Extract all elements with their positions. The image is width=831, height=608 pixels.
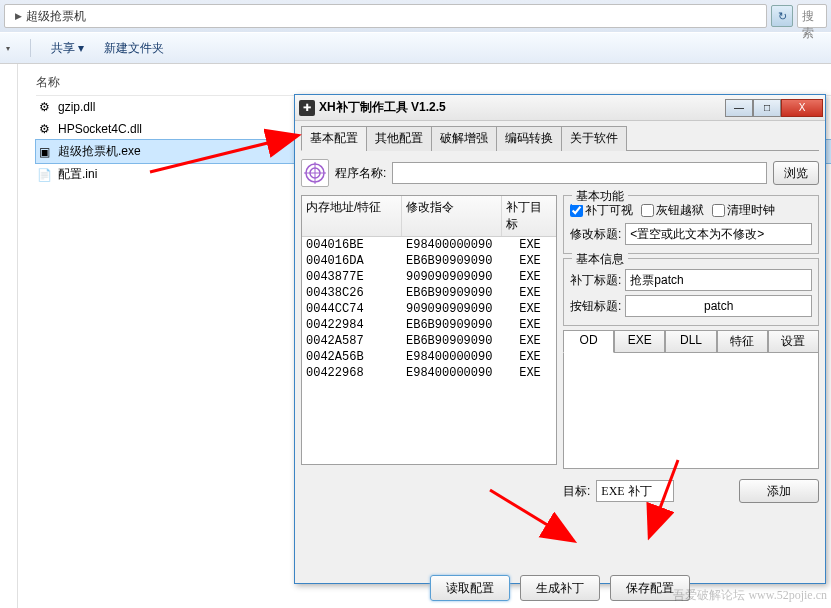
file-icon: ▣ xyxy=(36,144,52,160)
patch-title-input[interactable] xyxy=(625,269,812,291)
file-name: gzip.dll xyxy=(58,100,95,114)
table-cell: EXE xyxy=(502,333,557,349)
file-icon: ⚙ xyxy=(36,99,52,115)
basic-functions-legend: 基本功能 xyxy=(572,188,628,205)
explorer-nav-pane xyxy=(0,64,18,608)
search-placeholder: 搜索 xyxy=(802,9,814,40)
source-tab[interactable]: DLL xyxy=(665,330,716,353)
main-tab[interactable]: 关于软件 xyxy=(561,126,627,151)
program-name-input[interactable] xyxy=(392,162,767,184)
toolbar-new-folder[interactable]: 新建文件夹 xyxy=(104,40,164,57)
modify-title-input[interactable] xyxy=(625,223,812,245)
table-header-cell[interactable]: 内存地址/特征 xyxy=(302,196,402,236)
crosshair-icon xyxy=(304,162,326,184)
minimize-button[interactable]: — xyxy=(725,99,753,117)
table-cell: EB6B90909090 xyxy=(402,285,502,301)
table-row[interactable]: 0043877E909090909090EXE xyxy=(302,269,556,285)
table-cell: EXE xyxy=(502,317,557,333)
target-label: 目标: xyxy=(563,483,590,500)
close-button[interactable]: X xyxy=(781,99,823,117)
table-cell: E98400000090 xyxy=(402,349,502,365)
table-cell: EB6B90909090 xyxy=(402,317,502,333)
table-cell: 00422984 xyxy=(302,317,402,333)
table-cell: 0042A56B xyxy=(302,349,402,365)
source-tab[interactable]: 设置 xyxy=(768,330,819,353)
file-icon: ⚙ xyxy=(36,121,52,137)
table-cell: E98400000090 xyxy=(402,237,502,253)
checkbox-clean-clock[interactable]: 清理时钟 xyxy=(712,202,775,219)
refresh-button[interactable]: ↻ xyxy=(771,5,793,27)
table-row[interactable]: 0042A56BE98400000090EXE xyxy=(302,349,556,365)
watermark: 吾爱破解论坛 www.52pojie.cn xyxy=(673,587,827,604)
table-cell: 0043877E xyxy=(302,269,402,285)
main-tab[interactable]: 编码转换 xyxy=(496,126,562,151)
source-tab[interactable]: EXE xyxy=(614,330,665,353)
source-tabstrip: ODEXEDLL特征设置 xyxy=(563,330,819,353)
table-cell: EXE xyxy=(502,253,557,269)
main-tab[interactable]: 基本配置 xyxy=(301,126,367,151)
table-cell: 00438C26 xyxy=(302,285,402,301)
main-tabstrip: 基本配置其他配置破解增强编码转换关于软件 xyxy=(301,125,819,151)
table-cell: 004016BE xyxy=(302,237,402,253)
file-icon: 📄 xyxy=(36,167,52,183)
browse-button[interactable]: 浏览 xyxy=(773,161,819,185)
table-cell: EB6B90909090 xyxy=(402,333,502,349)
file-name: HPSocket4C.dll xyxy=(58,122,142,136)
table-cell: EXE xyxy=(502,301,557,317)
table-row[interactable]: 00438C26EB6B90909090EXE xyxy=(302,285,556,301)
table-cell: EB6B90909090 xyxy=(402,253,502,269)
button-title-label: 按钮标题: xyxy=(570,298,621,315)
table-cell: EXE xyxy=(502,365,557,381)
source-tab[interactable]: OD xyxy=(563,330,614,353)
basic-functions-group: 基本功能 补丁可视 灰钮越狱 清理时钟 修改标题: xyxy=(563,195,819,254)
table-cell: 909090909090 xyxy=(402,269,502,285)
patch-title-label: 补丁标题: xyxy=(570,272,621,289)
table-cell: 909090909090 xyxy=(402,301,502,317)
app-icon: ✚ xyxy=(299,100,315,116)
file-name: 配置.ini xyxy=(58,166,97,183)
checkbox-gray-button[interactable]: 灰钮越狱 xyxy=(641,202,704,219)
table-row[interactable]: 004016BEE98400000090EXE xyxy=(302,237,556,253)
table-row[interactable]: 00422968E98400000090EXE xyxy=(302,365,556,381)
table-row[interactable]: 0042A587EB6B90909090EXE xyxy=(302,333,556,349)
table-cell: EXE xyxy=(502,349,557,365)
search-input[interactable]: 搜索 xyxy=(797,4,827,28)
patch-tool-window: ✚ XH补丁制作工具 V1.2.5 — □ X 基本配置其他配置破解增强编码转换… xyxy=(294,94,826,584)
basic-info-group: 基本信息 补丁标题: 按钮标题: xyxy=(563,258,819,326)
breadcrumb-chevron-icon: ▶ xyxy=(15,11,22,21)
modify-title-label: 修改标题: xyxy=(570,226,621,243)
titlebar[interactable]: ✚ XH补丁制作工具 V1.2.5 — □ X xyxy=(295,95,825,121)
patch-table[interactable]: 内存地址/特征修改指令补丁目标 004016BEE98400000090EXE0… xyxy=(301,195,557,465)
window-title: XH补丁制作工具 V1.2.5 xyxy=(319,99,725,116)
table-cell: EXE xyxy=(502,237,557,253)
drag-target-icon[interactable] xyxy=(301,159,329,187)
table-cell: 0044CC74 xyxy=(302,301,402,317)
table-header-cell[interactable]: 修改指令 xyxy=(402,196,502,236)
source-tab[interactable]: 特征 xyxy=(717,330,768,353)
table-row[interactable]: 00422984EB6B90909090EXE xyxy=(302,317,556,333)
generate-patch-button[interactable]: 生成补丁 xyxy=(520,575,600,601)
button-title-input[interactable] xyxy=(625,295,812,317)
address-field[interactable]: ▶ 超级抢票机 xyxy=(4,4,767,28)
table-header-cell[interactable]: 补丁目标 xyxy=(502,196,557,236)
table-cell: EXE xyxy=(502,269,557,285)
read-config-button[interactable]: 读取配置 xyxy=(430,575,510,601)
table-cell: 0042A587 xyxy=(302,333,402,349)
table-cell: 00422968 xyxy=(302,365,402,381)
add-button[interactable]: 添加 xyxy=(739,479,819,503)
target-input[interactable] xyxy=(596,480,674,502)
main-tab[interactable]: 其他配置 xyxy=(366,126,432,151)
table-row[interactable]: 004016DAEB6B90909090EXE xyxy=(302,253,556,269)
table-cell: 004016DA xyxy=(302,253,402,269)
toolbar-share[interactable]: 共享 ▾ xyxy=(51,40,84,57)
main-tab[interactable]: 破解增强 xyxy=(431,126,497,151)
file-name: 超级抢票机.exe xyxy=(58,143,141,160)
table-cell: E98400000090 xyxy=(402,365,502,381)
maximize-button[interactable]: □ xyxy=(753,99,781,117)
table-row[interactable]: 0044CC74909090909090EXE xyxy=(302,301,556,317)
organize-dropdown-icon[interactable]: ▾ xyxy=(6,44,10,53)
source-pane[interactable] xyxy=(563,353,819,469)
breadcrumb-segment[interactable]: 超级抢票机 xyxy=(26,8,86,25)
column-header-name[interactable]: 名称 xyxy=(36,70,831,96)
explorer-address-bar: ▶ 超级抢票机 ↻ 搜索 xyxy=(0,0,831,32)
